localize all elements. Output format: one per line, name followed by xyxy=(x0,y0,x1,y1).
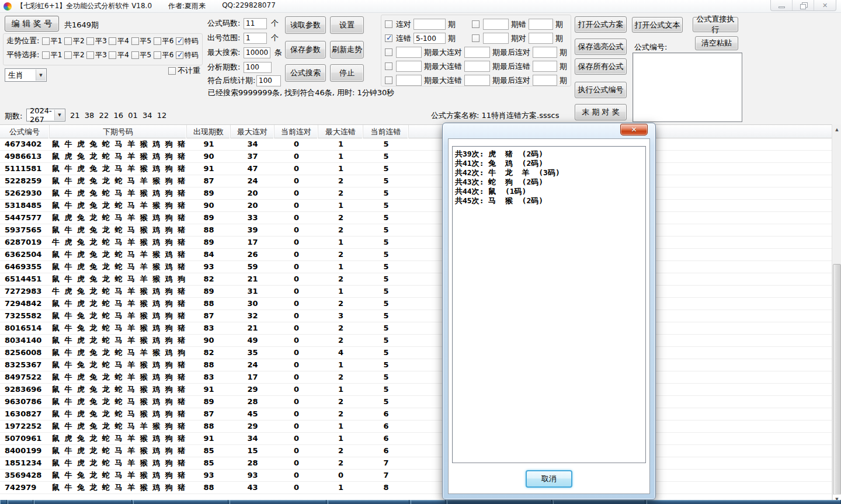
taskbar-segment[interactable] xyxy=(647,500,841,504)
table-row[interactable]: 5318485鼠 牛 虎 兔 龙 蛇 马 羊 猴 狗 猪9020015 xyxy=(0,200,832,212)
table-row[interactable]: 8325367鼠 牛 兔 龙 蛇 马 羊 猴 鸡 狗 猪8824015 xyxy=(0,359,832,371)
restore-button[interactable] xyxy=(793,0,814,11)
streak-miss-input[interactable] xyxy=(413,33,446,44)
checkbox-item[interactable]: 平3 xyxy=(86,50,109,60)
period-miss-input[interactable] xyxy=(483,19,509,30)
table-row[interactable]: 1630827鼠 牛 虎 兔 龙 蛇 马 猴 鸡 狗 猪8745026 xyxy=(0,408,832,420)
table-row[interactable]: 5111581鼠 牛 虎 兔 龙 马 羊 猴 鸡 狗 猪9147015 xyxy=(0,163,832,175)
table-row[interactable]: 8400199鼠 牛 虎 龙 蛇 马 羊 猴 鸡 狗 猪8515026 xyxy=(0,445,832,457)
period-hit-count-input[interactable] xyxy=(529,33,553,44)
taskbar-segment[interactable] xyxy=(411,500,446,504)
refresh-trend-button[interactable]: 刷新走势 xyxy=(330,41,364,58)
last-miss-value-input[interactable] xyxy=(533,61,557,72)
checkbox-item[interactable]: 平4 xyxy=(109,36,131,46)
taskbar-segment[interactable] xyxy=(328,500,409,504)
table-row[interactable]: 5447577鼠 虎 兔 龙 蛇 马 羊 猴 鸡 狗 猪8933025 xyxy=(0,212,832,224)
max-hit-value-input[interactable] xyxy=(464,47,490,58)
max-miss-checkbox[interactable] xyxy=(385,62,392,70)
table-row[interactable]: 6514451鼠 牛 虎 兔 龙 蛇 马 羊 猴 鸡 狗8221025 xyxy=(0,273,832,286)
save-selected-formula-button[interactable]: 保存选亮公式 xyxy=(575,39,627,55)
table-row[interactable]: 3569428鼠 牛 兔 龙 蛇 马 羊 猴 鸡 狗 猪9393007 xyxy=(0,470,832,482)
open-formula-text-button[interactable]: 打开公式文本 xyxy=(632,17,683,33)
checkbox-item[interactable]: 平4 xyxy=(109,50,131,60)
table-row[interactable]: 5937565鼠 牛 虎 兔 龙 蛇 马 猴 鸡 狗 猪8839025 xyxy=(0,224,832,237)
table-row[interactable]: 4986613鼠 虎 兔 龙 蛇 马 羊 猴 鸡 狗 猪9037015 xyxy=(0,151,832,163)
no-repeat-option[interactable]: 不计重 xyxy=(168,65,200,76)
table-row[interactable]: 5262930鼠 牛 虎 兔 蛇 马 羊 猴 鸡 狗 猪8920025 xyxy=(0,187,832,200)
close-button[interactable]: ✕ xyxy=(814,0,836,11)
checkbox[interactable] xyxy=(109,51,116,59)
save-params-button[interactable]: 保存参数 xyxy=(285,41,326,58)
scrollbar-thumb[interactable] xyxy=(833,264,841,495)
checkbox-item[interactable]: 平5 xyxy=(131,50,154,60)
period-select[interactable]: 2024-267 ▼ xyxy=(26,109,65,121)
checkbox[interactable] xyxy=(131,51,139,59)
open-formula-plan-button[interactable]: 打开公式方案 xyxy=(575,16,627,33)
table-row[interactable]: 7294842鼠 牛 虎 龙 蛇 马 羊 猴 鸡 狗 猪8830025 xyxy=(0,298,832,310)
last-period-check-button[interactable]: 末 期 对 奖 xyxy=(575,104,627,120)
column-header[interactable]: 最大连错 xyxy=(318,125,363,138)
checkbox-item[interactable]: 平6 xyxy=(154,50,176,60)
scroll-up-icon[interactable]: ▲ xyxy=(832,124,841,134)
column-header[interactable]: 当前连错 xyxy=(363,125,409,138)
table-row[interactable]: 8256008鼠 牛 虎 兔 龙 蛇 马 羊 猴 鸡 狗8235045 xyxy=(0,347,832,359)
checkbox[interactable] xyxy=(42,51,50,59)
period-hit-checkbox[interactable] xyxy=(472,34,479,42)
table-row[interactable]: 5228259鼠 牛 虎 兔 龙 蛇 马 羊 猴 狗 猪8724025 xyxy=(0,175,832,187)
zodiac-type-select[interactable]: 生肖 ▼ xyxy=(5,68,47,82)
save-all-formula-button[interactable]: 保存所有公式 xyxy=(575,58,627,75)
vertical-scrollbar[interactable]: ▲ ▼ xyxy=(832,124,841,504)
checkbox[interactable] xyxy=(154,51,161,59)
max-miss-hit-checkbox[interactable] xyxy=(385,77,392,84)
clear-paste-button[interactable]: 清空粘贴 xyxy=(695,36,738,50)
checkbox-item[interactable]: 平5 xyxy=(131,36,154,46)
read-params-button[interactable]: 读取参数 xyxy=(285,16,326,34)
minimize-button[interactable] xyxy=(771,0,793,11)
table-row[interactable]: 6469355鼠 牛 虎 兔 龙 蛇 马 羊 猴 鸡 猪9359015 xyxy=(0,261,832,273)
last-hit-value-input[interactable] xyxy=(533,47,557,58)
table-row[interactable]: 6362504鼠 牛 虎 兔 龙 蛇 马 羊 猴 鸡 猪8426025 xyxy=(0,249,832,261)
streak-hit-checkbox[interactable] xyxy=(385,20,392,28)
analysis-periods-input[interactable] xyxy=(244,62,272,73)
checkbox-item[interactable]: 平6 xyxy=(154,36,176,46)
taskbar-segment[interactable] xyxy=(8,500,33,504)
table-row[interactable]: 9630786鼠 牛 虎 兔 龙 蛇 马 猴 鸡 狗 猪8928025 xyxy=(0,396,832,408)
table-row[interactable]: 9283696鼠 牛 虎 兔 龙 蛇 马 猴 鸡 狗 猪9129015 xyxy=(0,384,832,396)
column-header[interactable]: 下期号码 xyxy=(50,125,187,138)
checkbox[interactable] xyxy=(86,51,94,59)
table-row[interactable]: 4673402鼠 牛 虎 兔 蛇 马 羊 猴 鸡 狗 猪9134015 xyxy=(0,138,832,151)
taskbar-segment[interactable] xyxy=(447,500,552,504)
taskbar-segment[interactable] xyxy=(0,500,7,504)
checkbox[interactable] xyxy=(176,37,183,45)
checkbox-item[interactable]: 平1 xyxy=(42,50,64,60)
number-range-input[interactable] xyxy=(244,33,267,44)
max-miss2-period-input[interactable] xyxy=(396,75,422,86)
period-hit-input[interactable] xyxy=(483,33,509,44)
column-header[interactable]: 出现期数 xyxy=(187,125,231,138)
no-repeat-checkbox[interactable] xyxy=(168,67,176,75)
result-listbox[interactable]: 共39次: 虎 猪 (2码)共41次: 兔 鸡 (2码)共42次: 牛 龙 羊 … xyxy=(452,146,646,463)
checkbox-item[interactable]: 平2 xyxy=(64,50,86,60)
exec-formula-id-button[interactable]: 执行公式编号 xyxy=(575,82,627,98)
formula-id-textarea[interactable] xyxy=(633,53,742,122)
checkbox[interactable] xyxy=(176,51,183,59)
table-row[interactable]: 1972252鼠 牛 虎 兔 龙 蛇 马 羊 猴 狗 猪8829016 xyxy=(0,420,832,433)
table-row[interactable]: 8016514鼠 牛 兔 龙 蛇 马 羊 猴 鸡 狗 猪8321025 xyxy=(0,322,832,335)
max-miss-period-input[interactable] xyxy=(396,61,422,72)
last-hit2-value-input[interactable] xyxy=(533,75,557,86)
checkbox-item[interactable]: 特码 xyxy=(176,36,202,46)
taskbar-segment[interactable] xyxy=(553,500,645,504)
checkbox-item[interactable]: 特码 xyxy=(176,50,202,60)
formula-search-button[interactable]: 公式搜索 xyxy=(285,64,326,82)
table-row[interactable]: 8497522鼠 牛 虎 兔 龙 蛇 羊 猴 鸡 狗 猪8317025 xyxy=(0,371,832,384)
checkbox[interactable] xyxy=(64,51,72,59)
settings-button[interactable]: 设置 xyxy=(330,16,364,34)
max-hit-checkbox[interactable] xyxy=(385,48,392,56)
checkbox[interactable] xyxy=(109,37,116,45)
period-miss-count-input[interactable] xyxy=(529,19,553,30)
edit-award-button[interactable]: 编 辑 奖 号 xyxy=(5,16,59,32)
max-miss2-value-input[interactable] xyxy=(464,75,490,86)
checkbox[interactable] xyxy=(131,37,139,45)
checkbox[interactable] xyxy=(64,37,72,45)
stop-button[interactable]: 停止 xyxy=(330,64,364,82)
